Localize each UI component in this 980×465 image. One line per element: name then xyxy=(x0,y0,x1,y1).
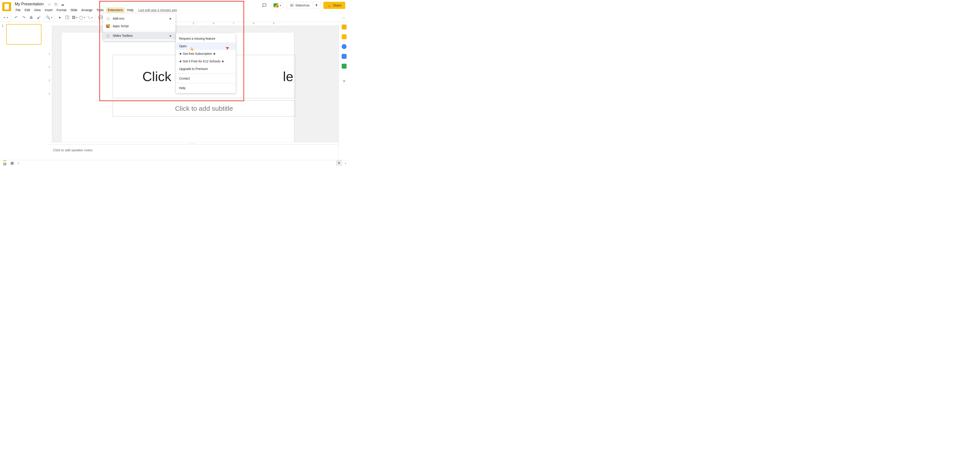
textbox-tool[interactable]: 🅃 xyxy=(64,14,71,21)
submenu-contact-label: Contact xyxy=(179,76,190,80)
thumb-number: 1 xyxy=(2,24,5,45)
slideshow-group: Slideshow ▼ xyxy=(286,2,320,9)
thumbnail-panel: 1 xyxy=(0,22,48,160)
menu-insert[interactable]: Insert xyxy=(43,7,54,13)
print-button[interactable]: 🖶 xyxy=(28,14,35,21)
menu-arrange[interactable]: Arrange xyxy=(80,7,94,13)
speaker-notes[interactable]: Click to add speaker notes xyxy=(48,144,339,160)
submenu-free-sub-label: ★ Get free Subscription ★ xyxy=(179,52,216,56)
submenu-k12[interactable]: ★ Get it Free for K12 Schools ★ xyxy=(176,57,235,65)
menu-slides-toolbox-label: Slides Toolbox xyxy=(113,34,133,37)
menu-apps-script-label: Apps Script xyxy=(113,24,129,28)
submenu-open[interactable]: Open xyxy=(176,42,235,50)
slides-toolbox-submenu: Request a missing feature Open ★ Get fre… xyxy=(176,33,235,93)
submenu-contact[interactable]: Contact xyxy=(176,75,235,82)
slideshow-dropdown[interactable]: ▼ xyxy=(313,2,320,9)
ruler-tick: 1 xyxy=(49,53,50,55)
calendar-icon[interactable] xyxy=(342,24,347,29)
collapse-filmstrip-icon[interactable]: ‹ xyxy=(18,161,19,165)
menu-view[interactable]: View xyxy=(32,7,43,13)
submenu-upgrade-label: Upgrade to Premium xyxy=(179,67,208,71)
filmstrip-view-icon[interactable]: ▤ xyxy=(3,161,6,166)
submenu-upgrade[interactable]: Upgrade to Premium xyxy=(176,65,235,73)
ruler-tick: 9 xyxy=(273,22,274,25)
subtitle-placeholder[interactable]: Click to add subtitle xyxy=(113,100,295,116)
submenu-open-label: Open xyxy=(179,45,187,48)
collapse-toolbar[interactable]: ︿ xyxy=(340,14,347,21)
ruler-tick: 4 xyxy=(49,93,50,95)
ruler-tick: 2 xyxy=(49,66,50,68)
submenu-help[interactable]: Help xyxy=(176,84,235,92)
menu-separator xyxy=(176,73,235,74)
extensions-menu: ▢ Add-ons ▶ Apps Script ▢ Slides Toolbox… xyxy=(103,13,175,41)
bottom-bar: ▤ ▦ ‹ ✦ › xyxy=(0,160,349,166)
ruler-horizontal: 5 6 7 8 9 xyxy=(48,22,339,26)
menu-extensions[interactable]: Extensions xyxy=(106,7,125,13)
notes-resize-handle[interactable]: • • • xyxy=(48,142,339,144)
meet-button[interactable]: ▼ xyxy=(272,2,283,8)
menu-slide[interactable]: Slide xyxy=(68,7,79,13)
menu-tools[interactable]: Tools xyxy=(95,7,106,13)
add-addon-icon[interactable]: ＋ xyxy=(342,78,347,84)
share-button[interactable]: 🔒 Share xyxy=(323,2,345,9)
separator xyxy=(11,15,11,20)
image-tool[interactable]: 🖼▼ xyxy=(72,14,78,21)
lock-icon: 🔒 xyxy=(328,3,331,7)
cloud-status-icon[interactable]: ☁ xyxy=(61,2,64,6)
shape-tool[interactable]: ◯▼ xyxy=(79,14,86,21)
new-slide-button[interactable]: ＋▼ xyxy=(2,14,9,21)
ruler-vertical: 1 2 3 4 xyxy=(48,26,52,142)
zoom-button[interactable]: 🔍▼ xyxy=(46,14,52,21)
grid-view-icon[interactable]: ▦ xyxy=(11,161,14,165)
maps-icon[interactable] xyxy=(342,64,347,68)
submenu-help-label: Help xyxy=(179,86,186,90)
contacts-icon[interactable] xyxy=(342,54,347,59)
tasks-icon[interactable] xyxy=(342,44,347,49)
star-icon[interactable]: ☆ xyxy=(48,2,51,6)
slideshow-button[interactable]: Slideshow xyxy=(287,2,313,8)
subtitle-text: Click to add subtitle xyxy=(175,105,233,112)
menu-addons-label: Add-ons xyxy=(113,17,124,20)
slideshow-label: Slideshow xyxy=(295,3,310,7)
menu-separator xyxy=(176,83,235,83)
separator xyxy=(44,15,44,20)
submenu-request-label: Request a missing feature xyxy=(179,37,215,40)
meet-icon xyxy=(274,3,278,7)
menu-addons[interactable]: ▢ Add-ons ▶ xyxy=(103,15,175,22)
ruler-tick: 8 xyxy=(253,22,255,25)
keep-icon[interactable] xyxy=(342,34,347,39)
addons-icon: ▢ xyxy=(106,16,110,21)
submenu-arrow-icon: ▶ xyxy=(170,34,172,37)
last-edit-link[interactable]: Last edit was 4 minutes ago xyxy=(137,7,178,13)
slides-logo[interactable] xyxy=(2,2,11,11)
move-icon[interactable]: 🗀 xyxy=(54,2,58,6)
document-title[interactable]: My Presentation xyxy=(14,2,45,7)
menu-apps-script[interactable]: Apps Script xyxy=(103,22,175,30)
menu-help[interactable]: Help xyxy=(125,7,135,13)
menu-edit[interactable]: Edit xyxy=(23,7,32,13)
menu-format[interactable]: Format xyxy=(55,7,68,13)
menubar: File Edit View Insert Format Slide Arran… xyxy=(14,7,178,13)
slide-thumbnail-1[interactable] xyxy=(6,24,41,45)
paint-format-button[interactable]: 🖌 xyxy=(35,14,42,21)
line-tool[interactable]: ＼▼ xyxy=(87,14,93,21)
undo-button[interactable]: ↶ xyxy=(13,14,19,21)
menu-file[interactable]: File xyxy=(14,7,22,13)
share-label: Share xyxy=(333,3,341,7)
title-visible-right: le xyxy=(283,69,293,84)
expand-sidepanel-icon[interactable]: › xyxy=(345,161,346,165)
explore-button[interactable]: ✦ xyxy=(336,160,342,166)
submenu-free-subscription[interactable]: ★ Get free Subscription ★ xyxy=(176,50,235,57)
title-visible-left: Click xyxy=(142,69,171,84)
toolbox-icon: ▢ xyxy=(106,33,110,38)
redo-button[interactable]: ↷ xyxy=(20,14,27,21)
submenu-k12-label: ★ Get it Free for K12 Schools ★ xyxy=(179,59,224,63)
header-bar: My Presentation ☆ 🗀 ☁ File Edit View Ins… xyxy=(0,0,349,13)
chevron-down-icon: ▼ xyxy=(279,4,282,7)
select-tool[interactable]: ➤ xyxy=(56,14,63,21)
ruler-tick: 3 xyxy=(49,79,50,82)
menu-slides-toolbox[interactable]: ▢ Slides Toolbox ▶ xyxy=(103,32,175,40)
ruler-tick: 5 xyxy=(193,22,194,25)
comments-icon[interactable] xyxy=(260,2,268,10)
submenu-request-feature[interactable]: Request a missing feature xyxy=(176,35,235,42)
